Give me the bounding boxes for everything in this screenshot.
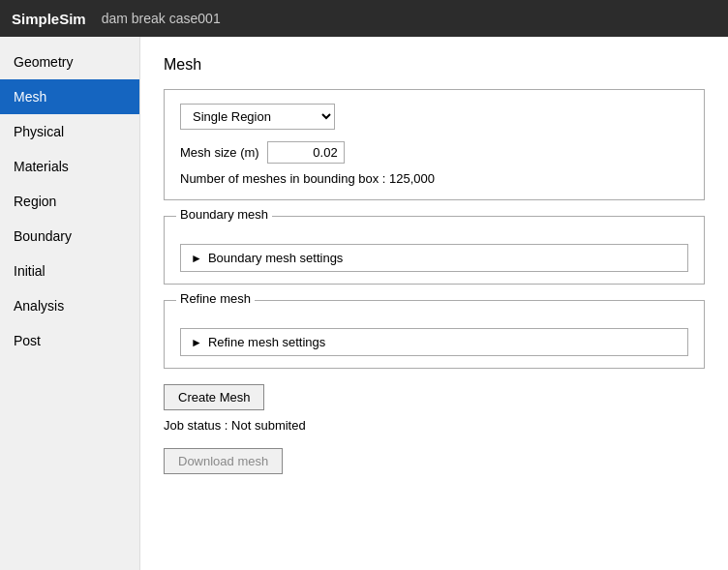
mesh-settings-section: Single Region Multi Region Mesh size (m)… bbox=[164, 89, 705, 200]
mesh-size-row: Mesh size (m) bbox=[180, 141, 688, 164]
sidebar-item-boundary[interactable]: Boundary bbox=[0, 219, 139, 254]
sidebar: Geometry Mesh Physical Materials Region … bbox=[0, 37, 140, 570]
sidebar-item-materials[interactable]: Materials bbox=[0, 149, 139, 184]
sidebar-item-initial[interactable]: Initial bbox=[0, 254, 139, 288]
sidebar-item-analysis[interactable]: Analysis bbox=[0, 288, 139, 323]
mesh-size-input[interactable] bbox=[267, 141, 345, 164]
region-select-container: Single Region Multi Region bbox=[180, 104, 688, 130]
region-select[interactable]: Single Region Multi Region bbox=[180, 104, 335, 130]
sidebar-item-physical[interactable]: Physical bbox=[0, 114, 139, 149]
refine-mesh-legend: Refine mesh bbox=[176, 291, 255, 306]
main-content: Mesh Single Region Multi Region Mesh siz… bbox=[140, 37, 728, 570]
boundary-mesh-content: ► Boundary mesh settings bbox=[180, 228, 688, 272]
sidebar-item-post[interactable]: Post bbox=[0, 323, 139, 358]
layout: Geometry Mesh Physical Materials Region … bbox=[0, 37, 728, 570]
header: SimpleSim dam break case001 bbox=[0, 0, 728, 37]
refine-mesh-settings-label: Refine mesh settings bbox=[208, 335, 325, 349]
boundary-mesh-settings-label: Boundary mesh settings bbox=[208, 251, 343, 265]
boundary-mesh-settings-row[interactable]: ► Boundary mesh settings bbox=[180, 244, 688, 272]
boundary-mesh-section: Boundary mesh ► Boundary mesh settings bbox=[164, 216, 705, 285]
refine-mesh-settings-row[interactable]: ► Refine mesh settings bbox=[180, 328, 688, 356]
boundary-mesh-arrow-icon: ► bbox=[191, 252, 202, 265]
create-mesh-button[interactable]: Create Mesh bbox=[164, 384, 264, 410]
sidebar-item-mesh[interactable]: Mesh bbox=[0, 79, 139, 114]
job-status-text: Job status : Not submited bbox=[164, 418, 705, 433]
mesh-size-label: Mesh size (m) bbox=[180, 145, 259, 160]
bounding-box-text: Number of meshes in bounding box : 125,0… bbox=[180, 171, 688, 186]
case-name: dam break case001 bbox=[102, 11, 221, 26]
refine-mesh-section: Refine mesh ► Refine mesh settings bbox=[164, 300, 705, 369]
refine-mesh-arrow-icon: ► bbox=[191, 336, 202, 349]
sidebar-item-region[interactable]: Region bbox=[0, 184, 139, 219]
download-mesh-button[interactable]: Download mesh bbox=[164, 448, 283, 474]
app-name: SimpleSim bbox=[12, 11, 86, 27]
page-title: Mesh bbox=[164, 56, 705, 74]
create-mesh-container: Create Mesh bbox=[164, 384, 705, 418]
sidebar-item-geometry[interactable]: Geometry bbox=[0, 45, 139, 79]
refine-mesh-content: ► Refine mesh settings bbox=[180, 313, 688, 356]
boundary-mesh-legend: Boundary mesh bbox=[176, 207, 272, 222]
